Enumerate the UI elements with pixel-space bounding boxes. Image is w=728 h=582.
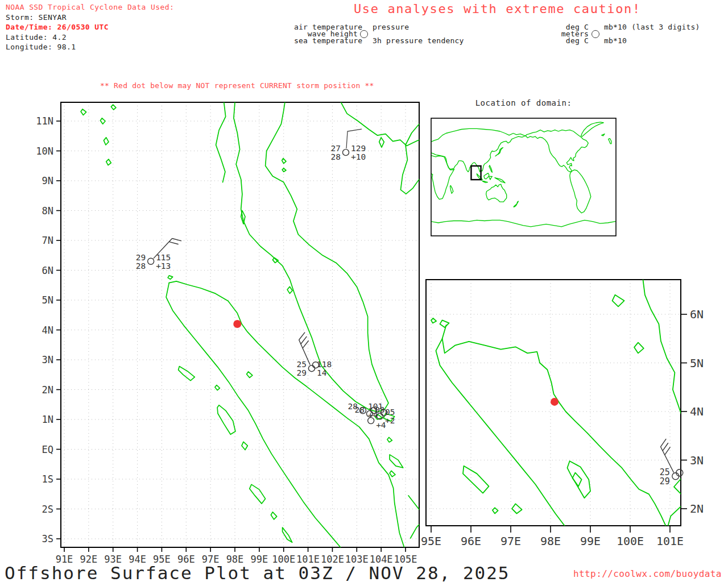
station-pressure-tendency: 14 [317, 368, 327, 377]
wind-barb-fleche [169, 242, 178, 244]
y-tick-label: 10N [36, 146, 53, 157]
caution-banner: Use analyses with extreme caution! [354, 2, 641, 16]
island [250, 484, 266, 504]
storm-info-line-4: Longitude: 98.1 [6, 42, 174, 52]
storm-info-line-0: NOAA SSD Tropical Cyclone Data Used: [6, 2, 174, 13]
station-pressure: 115 [156, 253, 171, 262]
island [247, 372, 253, 378]
coastline [674, 479, 681, 494]
island [463, 466, 489, 493]
station-sea-temp: 28 [331, 152, 341, 161]
coastline [216, 102, 226, 182]
station-pressure-tendency: +13 [156, 261, 171, 271]
island [287, 286, 292, 293]
x-tick-label: 95E [421, 534, 441, 548]
station-layer: 2728129+102928115+1325291181428101+42803… [136, 129, 395, 430]
island [104, 138, 109, 145]
station-pressure: 129 [351, 144, 366, 153]
legend-unit-mb-top: mb*10 (last 3 digits) [604, 23, 700, 31]
island [484, 173, 489, 179]
y-tick-label: 1N [42, 414, 53, 425]
storm-position-dot [233, 320, 241, 328]
island [573, 473, 582, 487]
station-circle-icon [148, 258, 154, 264]
island [106, 159, 111, 165]
legend-pressure-label: pressure [373, 23, 409, 31]
storm-position-warning: ** Red dot below may NOT represent CURRE… [100, 81, 374, 90]
coastline [643, 279, 681, 414]
island [514, 201, 518, 207]
storm-info-block: NOAA SSD Tropical Cyclone Data Used:Stor… [6, 2, 174, 52]
island [489, 165, 492, 173]
island [100, 118, 105, 124]
station-air-temp: 29 [136, 253, 146, 262]
zoom-domain-map: 95E96E97E98E99E100E101E6N5N4N3N2N2529 [418, 274, 728, 569]
island [179, 367, 195, 381]
y-tick-label: 9N [42, 175, 53, 186]
station-plot-2: 252911814 [297, 332, 332, 378]
legend-unit-mb-bottom: mb*10 [604, 36, 627, 45]
y-tick-label: 2N [690, 502, 704, 516]
x-tick-label: 100E [617, 534, 644, 548]
x-tick-label: 97E [500, 534, 521, 548]
main-surface-map: 91E92E93E94E95E96E97E98E99E100E101E102E1… [31, 97, 429, 574]
y-tick-label: 5N [690, 356, 704, 370]
coastline [400, 124, 419, 194]
station-air-temp: 27 [331, 144, 341, 153]
island [283, 527, 292, 542]
storm-info-line-1: Storm: SENYAR [6, 13, 174, 23]
island [489, 176, 492, 180]
island [493, 508, 498, 513]
island [609, 139, 611, 144]
station-circle-icon [592, 30, 599, 38]
island [215, 385, 220, 390]
island [570, 170, 591, 213]
island [242, 442, 247, 450]
station-pressure-tendency: +10 [351, 152, 366, 161]
island [168, 276, 173, 279]
island [495, 178, 505, 183]
source-url: http://coolwx.com/buoydata [573, 568, 722, 579]
x-tick-label: 96E [461, 534, 481, 548]
x-tick-label: 101E [656, 534, 684, 548]
y-tick-label: 3S [42, 533, 53, 544]
plot-title: Offshore Surface Plot at 03Z / NOV 28, 2… [5, 563, 510, 582]
wind-barb-fleche [660, 439, 666, 447]
y-tick-label: 8N [42, 205, 53, 217]
legend-unit-degc-bottom: deg C [526, 36, 589, 45]
storm-info-line-3: Latitude: 4.2 [6, 32, 174, 43]
island [271, 512, 276, 519]
y-tick-label: 6N [690, 307, 704, 321]
island [613, 295, 624, 307]
coastline [526, 130, 588, 172]
island [581, 122, 604, 136]
legend-pressure-tendency-label: 3h pressure tendency [373, 36, 464, 45]
station-pressure-tendency: +4 [376, 421, 386, 430]
station-air-temp: 28 [355, 405, 365, 414]
island [567, 461, 590, 498]
coastline [436, 339, 581, 544]
island [81, 109, 86, 115]
station-pressure: 05 [385, 408, 395, 417]
station-pressure-tendency: +2 [385, 416, 395, 425]
station-circle-icon [308, 365, 315, 372]
y-tick-label: 4N [690, 405, 704, 418]
island [111, 105, 116, 110]
y-tick-label: 6N [42, 265, 53, 276]
station-circle-icon [342, 149, 349, 156]
station-air-temp: 25 [297, 360, 307, 369]
island [482, 181, 487, 182]
buoy-plot-page: { "colors":{ "red":"#ff4d4d","red_bold":… [0, 0, 728, 582]
y-tick-label: 2S [42, 504, 53, 515]
island [512, 504, 522, 513]
world-inset-title: Location of domain: [431, 98, 616, 107]
island [282, 168, 286, 172]
x-tick-label: 99E [580, 534, 601, 548]
island [390, 471, 395, 477]
island [450, 185, 453, 193]
wind-barb-fleche [665, 447, 671, 455]
domain-box [471, 166, 481, 180]
station-plot-0: 2529 [660, 439, 683, 487]
island [602, 134, 605, 136]
island [282, 159, 286, 164]
